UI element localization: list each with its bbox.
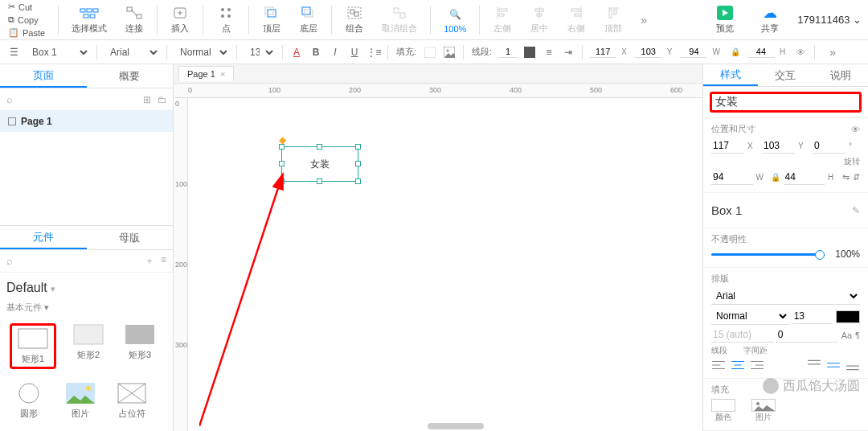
inspector-x[interactable] bbox=[711, 138, 744, 154]
point-button[interactable]: 点 bbox=[208, 5, 244, 35]
inspector-weight[interactable]: Normal bbox=[711, 308, 789, 325]
lock-aspect-icon[interactable]: 🔒 bbox=[771, 173, 780, 182]
letter-spacing-input[interactable] bbox=[776, 327, 838, 343]
fill-image-icon[interactable] bbox=[442, 45, 457, 60]
line-height-input[interactable] bbox=[711, 327, 773, 343]
inspector-w[interactable] bbox=[711, 170, 753, 185]
copy-button[interactable]: ⧉Copy bbox=[6, 14, 47, 26]
shape-rect1[interactable]: 矩形1 bbox=[14, 327, 52, 365]
rotate-handle[interactable]: ◆ bbox=[279, 134, 287, 142]
flip-v-icon[interactable]: ⇵ bbox=[853, 172, 860, 183]
shape-image[interactable]: 图片 bbox=[61, 382, 100, 420]
tab-interact[interactable]: 交互 bbox=[758, 64, 813, 86]
fill-color-swatch[interactable] bbox=[423, 45, 437, 60]
add-page-icon[interactable]: ⊞ bbox=[143, 94, 151, 105]
y-input[interactable] bbox=[635, 46, 662, 58]
italic-icon[interactable]: I bbox=[328, 45, 342, 60]
resize-handle[interactable] bbox=[279, 144, 285, 150]
flip-h-icon[interactable]: ⇋ bbox=[842, 172, 850, 183]
widget-type-select[interactable]: Box 1 bbox=[26, 44, 90, 60]
top-layer-button[interactable]: 顶层 bbox=[254, 5, 289, 35]
zoom-control[interactable]: 🔍100% bbox=[436, 6, 474, 34]
opacity-slider[interactable] bbox=[711, 253, 825, 256]
format-more[interactable]: » bbox=[821, 46, 844, 59]
add-lib-icon[interactable]: ＋ bbox=[145, 254, 154, 268]
scrollbar-thumb[interactable] bbox=[428, 423, 484, 429]
canvas-tab[interactable]: Page 1× bbox=[178, 66, 234, 81]
bullets-icon[interactable]: ⋮≡ bbox=[366, 45, 381, 60]
resize-handle[interactable] bbox=[355, 161, 361, 166]
text-color-swatch[interactable] bbox=[836, 310, 860, 323]
tab-pages[interactable]: 页面 bbox=[0, 64, 87, 88]
bottom-layer-button[interactable]: 底层 bbox=[291, 5, 326, 35]
resize-handle[interactable] bbox=[355, 144, 361, 150]
lib-menu-icon[interactable]: ≡ bbox=[161, 254, 166, 268]
tab-widgets[interactable]: 元件 bbox=[0, 226, 87, 249]
tab-masters[interactable]: 母版 bbox=[87, 226, 174, 249]
pages-search-input[interactable] bbox=[18, 94, 138, 105]
library-name[interactable]: Default ▾ bbox=[6, 277, 166, 298]
cut-button[interactable]: ✂Cut bbox=[6, 1, 47, 13]
visibility-icon[interactable]: 👁 bbox=[793, 45, 808, 60]
tab-notes[interactable]: 说明 bbox=[813, 64, 868, 86]
align-right-button[interactable]: 右侧 bbox=[559, 5, 594, 35]
text-align-v[interactable] bbox=[807, 359, 860, 371]
group-button[interactable]: 组合 bbox=[337, 5, 372, 35]
add-folder-icon[interactable]: 🗀 bbox=[158, 94, 167, 105]
paste-button[interactable]: 📋Paste bbox=[6, 27, 47, 39]
insert-button[interactable]: 插入 bbox=[162, 5, 198, 35]
resize-handle[interactable] bbox=[355, 179, 361, 184]
selected-widget[interactable]: 女装 ◆ bbox=[281, 146, 358, 182]
canvas[interactable]: 0 100 200 300 女装 ◆ bbox=[174, 98, 702, 431]
align-left-button[interactable]: 左侧 bbox=[485, 5, 520, 35]
inspector-h[interactable] bbox=[784, 170, 825, 185]
user-menu[interactable]: 179111463 ⌄ bbox=[797, 14, 862, 26]
connect-button[interactable]: 连接 bbox=[117, 5, 152, 35]
fill-color-swatch[interactable] bbox=[711, 399, 735, 412]
shape-placeholder[interactable]: 占位符 bbox=[113, 382, 151, 420]
inspector-font-size[interactable] bbox=[792, 309, 833, 324]
tab-style[interactable]: 样式 bbox=[703, 64, 758, 86]
indent-icon[interactable]: ☰ bbox=[6, 45, 21, 60]
inspector-rot[interactable] bbox=[813, 138, 845, 154]
preview-button[interactable]: 预览 bbox=[707, 5, 743, 35]
inspector-y[interactable] bbox=[762, 138, 795, 154]
shape-rect2[interactable]: 矩形2 bbox=[69, 323, 108, 369]
w-input[interactable] bbox=[680, 46, 707, 58]
select-mode-button[interactable]: 选择模式 bbox=[63, 5, 115, 35]
share-button[interactable]: ☁共享 bbox=[752, 5, 788, 35]
x-input[interactable] bbox=[589, 46, 616, 58]
widget-name-input[interactable] bbox=[715, 96, 856, 109]
ungroup-button[interactable]: 取消组合 bbox=[374, 5, 425, 35]
lock-aspect-icon[interactable]: 🔒 bbox=[728, 45, 743, 60]
underline-icon[interactable]: U bbox=[347, 45, 362, 60]
page-item[interactable]: Page 1 bbox=[0, 111, 173, 132]
resize-handle[interactable] bbox=[279, 179, 285, 184]
resize-handle[interactable] bbox=[317, 144, 322, 150]
shape-circle[interactable]: 圆形 bbox=[10, 382, 48, 420]
arrow-style-icon[interactable]: ⇥ bbox=[561, 45, 575, 60]
align-center-button[interactable]: 居中 bbox=[522, 5, 557, 35]
inspector-font[interactable]: Arial bbox=[711, 288, 860, 305]
align-top-button[interactable]: 顶部 bbox=[596, 5, 631, 35]
close-icon[interactable]: × bbox=[220, 69, 225, 79]
resize-handle[interactable] bbox=[279, 161, 285, 166]
bold-icon[interactable]: B bbox=[309, 45, 323, 60]
stroke-style-icon[interactable]: ≡ bbox=[542, 45, 556, 60]
size-select[interactable]: 13 bbox=[244, 44, 276, 60]
weight-select[interactable]: Normal bbox=[174, 44, 230, 60]
text-case-icon[interactable]: Aa bbox=[841, 330, 852, 340]
stroke-color-icon[interactable] bbox=[522, 45, 537, 60]
text-align-h[interactable] bbox=[711, 359, 764, 371]
fill-image-button[interactable] bbox=[751, 399, 776, 412]
stroke-width-input[interactable] bbox=[498, 46, 518, 58]
shape-rect3[interactable]: 矩形3 bbox=[121, 323, 159, 369]
text-options-icon[interactable]: ¶ bbox=[855, 330, 860, 340]
widgets-search-input[interactable] bbox=[18, 256, 140, 267]
resize-handle[interactable] bbox=[317, 179, 322, 184]
edit-style-icon[interactable]: ✎ bbox=[852, 205, 860, 216]
visibility-toggle[interactable]: 👁 bbox=[851, 125, 860, 134]
font-select[interactable]: Arial bbox=[104, 44, 160, 60]
text-color-icon[interactable]: A bbox=[289, 45, 304, 60]
h-input[interactable] bbox=[747, 46, 775, 58]
